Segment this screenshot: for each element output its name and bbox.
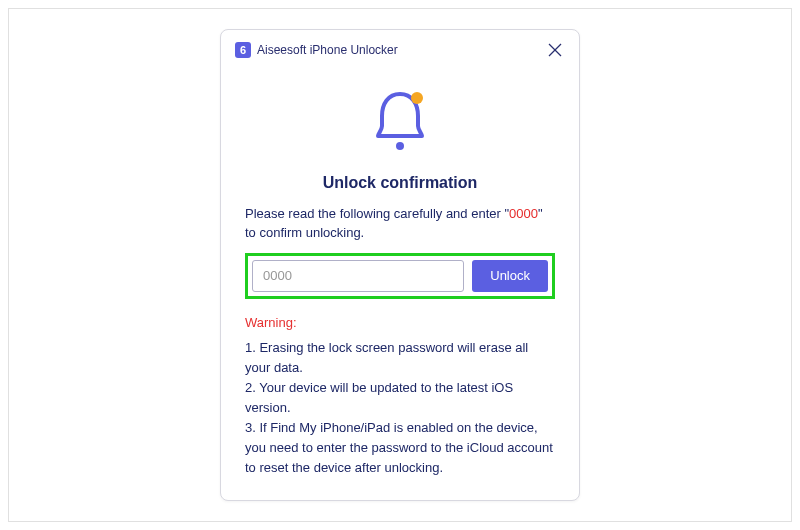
svg-point-3 (411, 92, 423, 104)
bell-icon (368, 86, 432, 156)
svg-point-2 (396, 142, 404, 150)
